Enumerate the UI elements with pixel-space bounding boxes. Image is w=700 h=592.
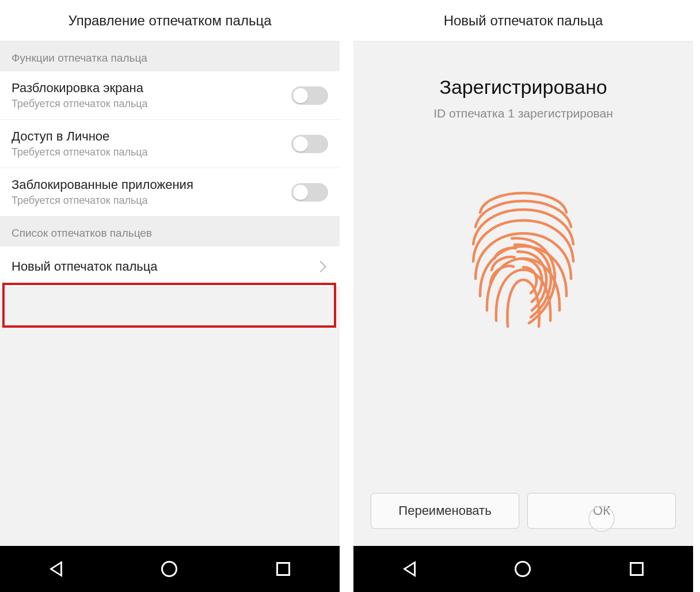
item-title: Заблокированные приложения <box>12 177 291 192</box>
toggle-private-access[interactable] <box>291 135 328 153</box>
ok-button-label: ОК <box>593 503 610 518</box>
navbar-right <box>353 546 693 592</box>
nav-back-icon[interactable] <box>50 561 62 577</box>
nav-recent-icon[interactable] <box>276 562 290 576</box>
item-subtitle: Требуется отпечаток пальца <box>12 195 291 207</box>
nav-recent-icon[interactable] <box>630 562 644 576</box>
button-row: Переименовать ОК <box>353 493 693 529</box>
section-functions-label: Функции отпечатка пальца <box>0 41 340 71</box>
item-text: Разблокировка экрана Требуется отпечаток… <box>12 81 291 110</box>
registration-body: Зарегистрировано ID отпечатка 1 зарегист… <box>353 41 693 546</box>
nav-home-icon[interactable] <box>161 561 177 577</box>
navbar-left <box>0 546 340 592</box>
rename-button[interactable]: Переименовать <box>371 493 519 529</box>
section-list-label: Список отпечатков пальцев <box>0 217 340 246</box>
nav-home-icon[interactable] <box>515 561 531 577</box>
item-text: Заблокированные приложения Требуется отп… <box>12 177 291 207</box>
item-title: Разблокировка экрана <box>12 81 291 96</box>
toggle-screen-unlock[interactable] <box>291 86 328 105</box>
registered-subtitle: ID отпечатка 1 зарегистрирован <box>433 107 613 120</box>
item-subtitle: Требуется отпечаток пальца <box>12 98 291 110</box>
chevron-right-icon <box>315 261 326 272</box>
item-text: Доступ в Личное Требуется отпечаток паль… <box>12 129 291 158</box>
header-right: Новый отпечаток пальца <box>353 0 693 41</box>
item-screen-unlock[interactable]: Разблокировка экрана Требуется отпечаток… <box>0 71 340 120</box>
item-private-access[interactable]: Доступ в Личное Требуется отпечаток паль… <box>0 120 340 168</box>
fingerprint-icon <box>463 172 584 333</box>
item-subtitle: Требуется отпечаток пальца <box>12 146 291 158</box>
new-fingerprint-label: Новый отпечаток пальца <box>12 259 158 274</box>
header-title-right: Новый отпечаток пальца <box>444 13 603 29</box>
blank-area <box>0 287 340 546</box>
item-locked-apps[interactable]: Заблокированные приложения Требуется отп… <box>0 168 340 217</box>
item-new-fingerprint[interactable]: Новый отпечаток пальца <box>0 246 340 287</box>
item-title: Доступ в Личное <box>12 129 291 144</box>
phone-right: Новый отпечаток пальца Зарегистрировано … <box>353 0 693 592</box>
ok-button[interactable]: ОК <box>527 493 676 529</box>
toggle-locked-apps[interactable] <box>291 183 328 202</box>
nav-back-icon[interactable] <box>403 561 416 577</box>
rename-button-label: Переименовать <box>398 503 491 518</box>
header-title-left: Управление отпечатком пальца <box>69 13 272 29</box>
phone-left: Управление отпечатком пальца Функции отп… <box>0 0 340 592</box>
header-left: Управление отпечатком пальца <box>0 0 340 41</box>
registered-title: Зарегистрировано <box>439 76 607 98</box>
